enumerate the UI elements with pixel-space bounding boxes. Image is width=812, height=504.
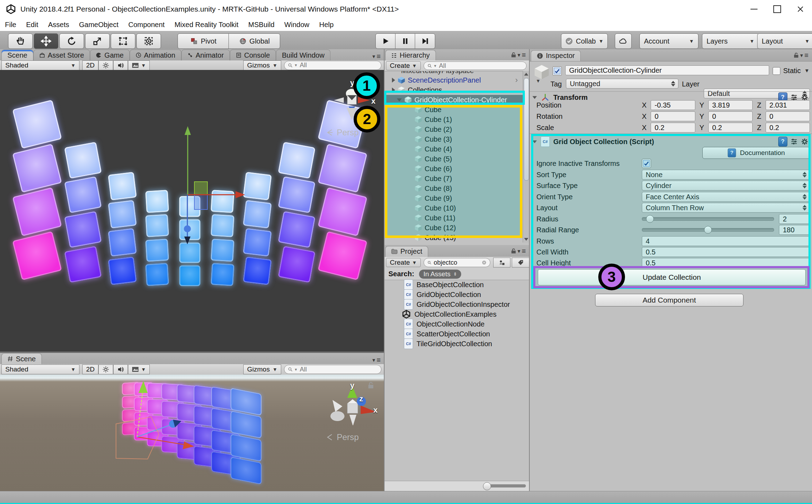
gizmos-dropdown-2[interactable]: Gizmos▼ [243,364,281,374]
scale-z-input[interactable] [769,123,807,132]
tree-item-cube[interactable]: Cube (8) [384,183,523,193]
project-create-button[interactable]: Create▼ [386,258,421,267]
divider[interactable] [384,49,385,491]
icon-size-slider-track[interactable] [489,484,526,487]
radius-value-input[interactable] [782,215,807,224]
scene-panel-menu[interactable]: ▾≡ [372,52,384,60]
scene2-search-box[interactable]: ▼ [284,365,381,374]
tree-item-cube[interactable]: Cube (5) [384,154,523,164]
expand-arrow-icon[interactable] [392,88,395,92]
menu-file[interactable]: File [0,18,21,31]
position-x-input[interactable] [654,101,692,110]
collab-dropdown[interactable]: Collab▼ [561,33,608,49]
menu-window[interactable]: Window [279,18,314,31]
scene2-search-input[interactable] [299,366,378,374]
tree-item-cube[interactable]: Cube (6) [384,164,523,174]
pivot-toggle-button[interactable]: Pivot [178,33,229,49]
radius-slider-handle[interactable] [646,215,654,223]
hierarchy-scrollbar[interactable] [523,71,529,243]
scene2-panel-menu[interactable]: ▾≡ [372,356,384,364]
scene2-orientation-gizmo[interactable] [327,380,383,425]
sort-type-dropdown[interactable]: None [642,170,810,180]
maximize-button[interactable] [766,0,789,18]
tree-item-cube[interactable]: Cube (2) [384,124,523,134]
tree-item-cube[interactable]: Cube (9) [384,193,523,203]
active-checkbox[interactable] [553,66,562,76]
radial-range-value-input[interactable] [782,226,807,234]
scene2-viewport[interactable]: y z x Persp [0,375,384,491]
menu-msbuild[interactable]: MSBuild [243,18,279,31]
rows-input[interactable] [645,237,807,246]
move-tool-button[interactable] [34,33,58,49]
audio-toggle-button[interactable] [113,60,128,70]
position-z-input[interactable] [769,101,807,110]
scene1-search-input[interactable] [299,61,378,69]
project-item[interactable]: TileGridObjectCollection [384,339,523,349]
project-search-input[interactable] [433,259,481,267]
static-dropdown-arrow[interactable]: ▼ [804,67,810,73]
cell-height-input[interactable] [645,259,807,267]
rotation-z-input[interactable] [769,112,807,121]
icon-size-slider-handle[interactable] [483,482,491,490]
effects-dropdown-button[interactable]: ▼ [128,60,150,70]
tree-item-cube[interactable]: Cube (3) [384,134,523,144]
rotation-y-input[interactable] [711,112,749,121]
menu-gameobject[interactable]: GameObject [74,18,123,31]
tree-item-partial[interactable]: MixedRealityPlayspace [384,71,523,75]
tab-animation[interactable]: Animation [130,50,181,60]
orient-type-dropdown[interactable]: Face Center Axis [642,192,810,202]
transform-tool-button[interactable] [136,33,161,49]
pause-button[interactable] [395,33,415,49]
static-checkbox[interactable] [773,67,780,75]
update-collection-button[interactable]: Update Collection [538,269,806,285]
search-scope-pill[interactable]: In Assets ⇕ [419,270,461,279]
ignore-inactive-checkbox[interactable] [642,159,651,168]
tree-item-selected-gridobjectcollection-cylinder[interactable]: GridObjectCollection-Cylinder [384,95,523,105]
cell-width-input[interactable] [645,248,807,257]
global-toggle-button[interactable]: Global [228,33,280,49]
tree-item-cube[interactable]: Cube (10) [384,203,523,213]
scene1-viewport[interactable]: y x Persp 1 2 [0,70,384,351]
layout-dropdown[interactable]: Layout▼ [757,33,812,49]
object-name-input[interactable] [568,66,766,75]
2d-toggle-button[interactable]: 2D [82,60,98,70]
clear-search-icon[interactable] [482,260,486,265]
radial-range-slider[interactable] [642,228,774,232]
project-item[interactable]: BaseObjectCollection [384,280,523,290]
grid-component-header[interactable]: Grid Object Collection (Script) [532,136,810,147]
audio-toggle-button-2[interactable] [113,364,128,374]
scale-x-input[interactable] [654,123,692,132]
tree-item-collections[interactable]: Collections [384,85,523,95]
tree-item-cube[interactable]: Cube (7) [384,174,523,183]
scale-tool-button[interactable] [85,33,110,49]
lighting-toggle-button[interactable] [98,60,113,70]
hand-tool-button[interactable] [8,33,33,49]
documentation-button[interactable]: Documentation [702,147,810,159]
gizmos-dropdown[interactable]: Gizmos▼ [243,60,281,70]
effects-dropdown-button-2[interactable]: ▼ [128,364,150,374]
menu-mixed-reality-toolkit[interactable]: Mixed Reality Toolkit [169,18,243,31]
persp-toggle-2[interactable]: Persp [326,432,359,442]
object-name-field[interactable] [565,65,769,75]
menu-help[interactable]: Help [314,18,339,31]
icon-dropdown-arrow[interactable]: ▼ [536,78,541,84]
surface-type-dropdown[interactable]: Cylinder [642,181,810,190]
radial-range-slider-handle[interactable] [704,226,712,234]
tab-asset-store[interactable]: Asset Store [33,50,90,60]
tab-animator[interactable]: Animator [181,50,230,60]
project-item[interactable]: GridObjectCollection [384,290,523,299]
minimize-button[interactable] [742,0,766,18]
search-by-type-button[interactable] [493,258,511,267]
inspector-panel-menu[interactable]: ▾≡ [794,51,812,59]
tab-scene[interactable]: Scene [1,50,33,60]
hierarchy-panel-menu[interactable]: ▾≡ [511,51,529,59]
menu-component[interactable]: Component [123,18,169,31]
tree-item-cube[interactable]: Cube (11) [384,213,523,223]
tab-project[interactable]: Project [385,246,428,257]
search-by-label-button[interactable] [512,258,529,267]
rotate-tool-button[interactable] [59,33,84,49]
rect-tool-button[interactable] [111,33,135,49]
shading-mode-dropdown[interactable]: Shaded▼ [1,60,79,70]
help-icon[interactable] [778,137,787,147]
project-item[interactable]: ObjectCollectionExamples [384,309,523,319]
